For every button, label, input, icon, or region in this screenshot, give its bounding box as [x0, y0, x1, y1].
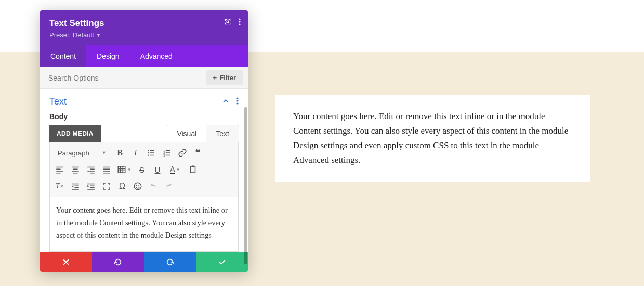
section-more-icon[interactable] — [236, 97, 239, 107]
svg-point-4 — [236, 97, 238, 99]
align-left-icon[interactable] — [53, 163, 67, 176]
undo-button[interactable] — [92, 252, 144, 272]
text-settings-panel: Text Settings Preset: Default ▼ Content … — [40, 10, 248, 272]
panel-title: Text Settings — [49, 18, 239, 29]
editor-toolbar: Paragraph ▼ B I 123 ❝ ▼ S U A▼ T✕ Ω — [49, 142, 239, 197]
svg-point-3 — [239, 23, 240, 25]
svg-rect-24 — [73, 169, 78, 170]
table-icon[interactable]: ▼ — [115, 163, 133, 176]
svg-rect-29 — [87, 171, 95, 172]
svg-point-1 — [239, 18, 240, 20]
section-title[interactable]: Text — [49, 96, 67, 107]
svg-rect-14 — [165, 150, 169, 151]
svg-rect-18 — [165, 155, 169, 156]
format-select[interactable]: Paragraph ▼ — [53, 147, 111, 159]
paste-icon[interactable] — [186, 163, 200, 176]
redo-icon[interactable] — [162, 179, 176, 193]
underline-icon[interactable]: U — [151, 163, 164, 176]
body-label: Body — [40, 112, 248, 125]
emoji-icon[interactable] — [131, 179, 144, 193]
italic-icon[interactable]: I — [129, 146, 142, 160]
filter-label: Filter — [219, 74, 236, 82]
text-color-icon[interactable]: A▼ — [166, 163, 184, 176]
search-input[interactable] — [40, 68, 206, 88]
blockquote-icon[interactable]: ❝ — [191, 146, 205, 160]
svg-rect-30 — [90, 173, 95, 174]
svg-rect-0 — [227, 21, 229, 23]
fullscreen-icon[interactable] — [100, 179, 113, 193]
format-select-label: Paragraph — [58, 149, 89, 157]
svg-rect-43 — [75, 186, 79, 187]
svg-point-52 — [138, 185, 139, 186]
svg-rect-12 — [150, 155, 154, 156]
svg-point-50 — [134, 183, 141, 190]
preview-text[interactable]: Your content goes here. Edit or remove t… — [293, 109, 573, 167]
cancel-button[interactable] — [40, 252, 92, 272]
indent-icon[interactable] — [84, 179, 98, 193]
undo-icon[interactable] — [147, 179, 160, 193]
tab-content[interactable]: Content — [40, 45, 86, 67]
align-center-icon[interactable] — [69, 163, 82, 176]
tab-text[interactable]: Text — [206, 125, 239, 142]
main-tabs: Content Design Advanced — [40, 45, 248, 67]
more-icon[interactable] — [239, 18, 241, 28]
tab-design[interactable]: Design — [86, 45, 130, 67]
svg-rect-16 — [165, 152, 169, 153]
strikethrough-icon[interactable]: S — [135, 163, 149, 176]
svg-rect-19 — [56, 167, 63, 168]
svg-rect-34 — [103, 173, 110, 174]
scrollbar[interactable] — [244, 107, 247, 264]
align-right-icon[interactable] — [84, 163, 98, 176]
svg-rect-21 — [56, 171, 63, 172]
special-char-icon[interactable]: Ω — [115, 179, 129, 193]
caret-down-icon: ▼ — [96, 33, 101, 38]
editor-mode-tabs: Visual Text — [167, 125, 239, 142]
media-row: ADD MEDIA Visual Text — [40, 125, 248, 142]
svg-rect-22 — [56, 173, 60, 174]
svg-point-11 — [148, 154, 149, 155]
preset-dropdown[interactable]: Preset: Default ▼ — [49, 31, 239, 39]
svg-rect-42 — [72, 184, 79, 185]
svg-rect-47 — [90, 186, 95, 187]
svg-rect-8 — [150, 150, 154, 151]
svg-rect-27 — [87, 167, 95, 168]
caret-down-icon: ▼ — [102, 150, 107, 155]
svg-rect-10 — [150, 152, 154, 153]
svg-rect-32 — [103, 169, 110, 170]
expand-icon[interactable] — [224, 18, 231, 28]
bold-icon[interactable]: B — [113, 146, 127, 160]
add-media-button[interactable]: ADD MEDIA — [49, 125, 101, 142]
tab-advanced[interactable]: Advanced — [130, 45, 183, 67]
svg-rect-25 — [72, 171, 79, 172]
link-icon[interactable] — [176, 146, 189, 160]
plus-icon: + — [213, 74, 217, 82]
svg-point-51 — [136, 185, 137, 186]
tab-visual[interactable]: Visual — [167, 125, 206, 142]
editor-textarea[interactable]: Your content goes here. Edit or remove t… — [49, 197, 239, 252]
bullet-list-icon[interactable] — [144, 146, 158, 160]
collapse-icon[interactable] — [222, 97, 229, 107]
panel-header: Text Settings Preset: Default ▼ — [40, 10, 248, 45]
svg-point-5 — [236, 100, 238, 101]
svg-point-6 — [236, 102, 238, 104]
svg-rect-26 — [73, 173, 78, 174]
svg-rect-41 — [192, 166, 194, 167]
save-button[interactable] — [196, 252, 248, 272]
svg-point-9 — [148, 152, 149, 153]
svg-rect-35 — [118, 166, 125, 173]
redo-button[interactable] — [144, 252, 196, 272]
svg-rect-45 — [72, 189, 79, 190]
svg-rect-28 — [90, 169, 95, 170]
clear-formatting-icon[interactable]: T✕ — [53, 179, 67, 193]
align-justify-icon[interactable] — [100, 163, 113, 176]
numbered-list-icon[interactable]: 123 — [160, 146, 174, 160]
search-row: + Filter — [40, 67, 248, 89]
svg-rect-33 — [103, 171, 110, 172]
filter-button[interactable]: + Filter — [206, 70, 243, 85]
svg-rect-48 — [90, 187, 95, 188]
footer-actions — [40, 252, 248, 272]
svg-rect-23 — [72, 167, 79, 168]
svg-point-2 — [239, 21, 240, 22]
outdent-icon[interactable] — [69, 179, 82, 193]
svg-text:3: 3 — [163, 154, 165, 157]
